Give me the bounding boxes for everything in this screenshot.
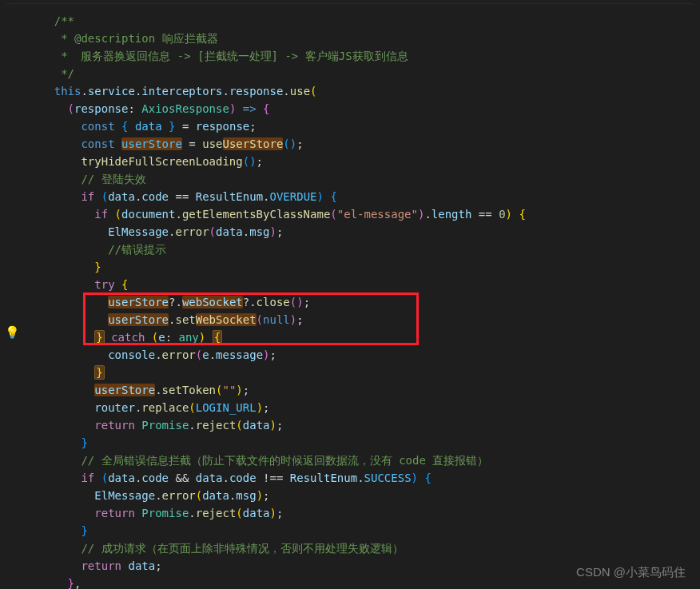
highlight-userStore: userStore bbox=[94, 384, 155, 396]
code-line[interactable]: ElMessage.error(data.msg); bbox=[27, 223, 697, 241]
code-line[interactable]: router.replace(LOGIN_URL); bbox=[27, 399, 697, 416]
code-line[interactable]: return Promise.reject(data); bbox=[27, 416, 697, 434]
lightbulb-icon[interactable]: 💡 bbox=[5, 324, 20, 341]
func-tryHide: tryHideFullScreenLoading bbox=[81, 155, 242, 168]
highlight-webSocket: webSocket bbox=[182, 296, 243, 308]
code-line[interactable]: (response: AxiosResponse) => { bbox=[27, 100, 697, 117]
code-line[interactable]: if (document.getElementsByClassName("el-… bbox=[27, 205, 697, 223]
param-response: response bbox=[74, 102, 128, 115]
code-line[interactable]: // 成功请求（在页面上除非特殊情况，否则不用处理失败逻辑） bbox=[27, 539, 697, 557]
block-comment: */ bbox=[54, 67, 74, 80]
code-line[interactable]: // 登陆失效 bbox=[27, 170, 697, 188]
code-line[interactable]: try { bbox=[27, 276, 697, 293]
code-line[interactable]: if (data.code && data.code !== ResultEnu… bbox=[27, 469, 697, 487]
code-line[interactable]: */ bbox=[27, 65, 697, 82]
code-line[interactable]: console.error(e.message); bbox=[27, 346, 697, 364]
code-line[interactable]: //错误提示 bbox=[27, 241, 697, 258]
var-userStore: userStore bbox=[121, 137, 182, 150]
code-editor[interactable]: /** * @description 响应拦截器 * 服务器换返回信息 -> [… bbox=[3, 3, 697, 589]
code-line[interactable]: // 全局错误信息拦截（防止下载文件的时候返回数据流，没有 code 直接报错） bbox=[27, 452, 697, 469]
code-line[interactable]: * @description 响应拦截器 bbox=[27, 30, 697, 47]
code-line[interactable]: userStore.setWebSocket(null); bbox=[27, 311, 697, 328]
arrow-token: => bbox=[243, 102, 257, 115]
code-line[interactable]: const userStore = useUserStore(); bbox=[27, 135, 697, 153]
highlight-userStore: userStore bbox=[108, 313, 169, 326]
code-line[interactable]: } catch (e: any) { bbox=[27, 328, 697, 346]
code-line[interactable]: } bbox=[27, 258, 697, 276]
code-line[interactable]: if (data.code == ResultEnum.OVERDUE) { bbox=[27, 188, 697, 205]
code-line[interactable]: userStore.setToken(""); bbox=[27, 381, 697, 399]
this-keyword: this bbox=[54, 85, 82, 98]
line-comment: // 登陆失效 bbox=[81, 173, 145, 185]
watermark-text: CSDN @小菜鸟码住 bbox=[576, 563, 686, 581]
code-line[interactable]: } bbox=[27, 364, 697, 381]
code-line[interactable]: userStore?.webSocket?.close(); bbox=[27, 293, 697, 311]
line-comment: // 成功请求（在页面上除非特殊情况，否则不用处理失败逻辑） bbox=[81, 542, 403, 555]
code-line[interactable]: } bbox=[27, 522, 697, 539]
line-comment: // 全局错误信息拦截（防止下载文件的时候返回数据流，没有 code 直接报错） bbox=[81, 454, 488, 467]
code-line[interactable]: /** bbox=[27, 12, 697, 30]
code-line[interactable]: } bbox=[27, 434, 697, 452]
line-comment: //错误提示 bbox=[108, 243, 166, 256]
code-line[interactable]: * 服务器换返回信息 -> [拦截统一处理] -> 客户端JS获取到信息 bbox=[27, 47, 697, 65]
block-comment: * @description 响应拦截器 bbox=[54, 32, 218, 45]
type-annotation: AxiosResponse bbox=[141, 102, 229, 115]
code-line[interactable]: ElMessage.error(data.msg); bbox=[27, 487, 697, 504]
code-line[interactable]: const { data } = response; bbox=[27, 117, 697, 135]
block-comment: * 服务器换返回信息 -> [拦截统一处理] -> 客户端JS获取到信息 bbox=[54, 50, 408, 62]
code-line[interactable]: tryHideFullScreenLoading(); bbox=[27, 153, 697, 170]
code-line[interactable]: return Promise.reject(data); bbox=[27, 504, 697, 522]
block-comment: /** bbox=[54, 14, 74, 27]
code-line[interactable]: this.service.interceptors.response.use( bbox=[27, 82, 697, 100]
highlight-userStore: userStore bbox=[108, 296, 169, 308]
